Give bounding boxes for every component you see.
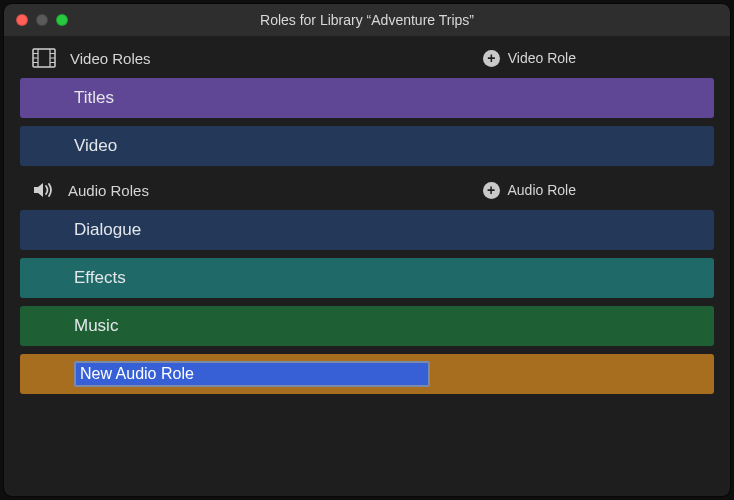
role-label: Dialogue [74, 220, 141, 240]
role-label: Titles [74, 88, 114, 108]
audio-roles-label: Audio Roles [68, 182, 149, 199]
add-video-role-button[interactable]: + Video Role [483, 50, 716, 67]
speaker-icon [32, 181, 54, 199]
role-row-music[interactable]: Music [20, 306, 714, 346]
plus-icon: + [483, 50, 500, 67]
role-row-titles[interactable]: Titles [20, 78, 714, 118]
role-row-dialogue[interactable]: Dialogue [20, 210, 714, 250]
roles-editor-window: Roles for Library “Adventure Trips” Vide… [4, 4, 730, 496]
zoom-button[interactable] [56, 14, 68, 26]
video-roles-list: Titles Video [4, 78, 730, 166]
minimize-button[interactable] [36, 14, 48, 26]
filmstrip-icon [32, 48, 56, 68]
new-role-name-input[interactable] [74, 361, 430, 387]
role-label: Video [74, 136, 117, 156]
role-row-new-audio[interactable] [20, 354, 714, 394]
window-controls [4, 14, 68, 26]
titlebar: Roles for Library “Adventure Trips” [4, 4, 730, 36]
content-area: Video Roles + Video Role Titles Video [4, 36, 730, 394]
video-roles-header: Video Roles + Video Role [4, 38, 730, 78]
role-row-effects[interactable]: Effects [20, 258, 714, 298]
video-roles-label: Video Roles [70, 50, 151, 67]
window-title: Roles for Library “Adventure Trips” [4, 12, 730, 28]
add-video-role-label: Video Role [508, 50, 576, 66]
audio-roles-header: Audio Roles + Audio Role [4, 170, 730, 210]
close-button[interactable] [16, 14, 28, 26]
role-label: Music [74, 316, 118, 336]
role-label: Effects [74, 268, 126, 288]
add-audio-role-button[interactable]: + Audio Role [483, 182, 717, 199]
add-audio-role-label: Audio Role [508, 182, 577, 198]
role-row-video[interactable]: Video [20, 126, 714, 166]
audio-roles-list: Dialogue Effects Music [4, 210, 730, 394]
plus-icon: + [483, 182, 500, 199]
